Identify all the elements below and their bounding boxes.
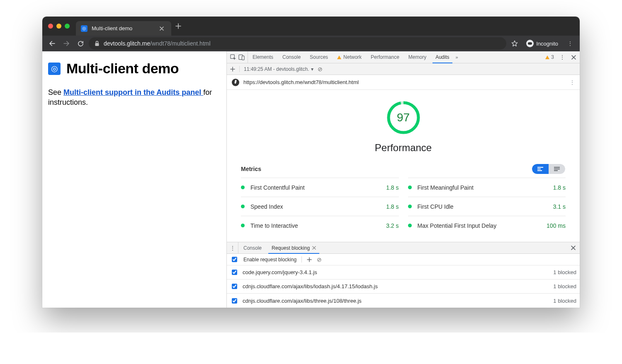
tabs-overflow-button[interactable]: » <box>454 55 459 60</box>
separator <box>301 256 302 263</box>
audit-timestamp: 11:49:25 AM - devtools.glitch. <box>244 66 309 72</box>
tab-elements[interactable]: Elements <box>248 51 278 63</box>
back-arrow-icon <box>49 40 56 47</box>
tab-memory[interactable]: Memory <box>404 51 431 63</box>
devtools-menu-button[interactable]: ⋮ <box>558 53 566 61</box>
lighthouse-icon <box>232 79 239 86</box>
performance-gauge: 97 <box>386 101 420 135</box>
drawer-tab-console[interactable]: Console <box>238 242 267 253</box>
add-pattern-button[interactable] <box>307 257 312 262</box>
status-dot-icon <box>241 186 245 189</box>
pattern-checkbox[interactable] <box>232 284 237 289</box>
tab-close-button[interactable] <box>157 24 166 33</box>
status-dot-icon <box>408 186 412 189</box>
bookmark-star-button[interactable] <box>509 38 520 49</box>
pattern-row[interactable]: cdnjs.cloudflare.com/ajax/libs/lodash.js… <box>227 280 580 294</box>
lock-icon <box>95 41 100 46</box>
inspect-icon <box>230 54 236 60</box>
page-body: Multi-client demo See Multi-client suppo… <box>42 51 226 308</box>
close-icon <box>571 55 576 60</box>
metrics-view-switch[interactable] <box>532 164 566 174</box>
bars-right-icon <box>554 167 560 171</box>
audit-item-menu-button[interactable]: ⋮ <box>569 79 575 86</box>
pattern-block-count: 1 blocked <box>553 298 576 304</box>
audit-run-selector[interactable]: 11:49:25 AM - devtools.glitch. ▾ <box>244 66 313 72</box>
close-icon <box>571 246 576 250</box>
pattern-row[interactable]: code.jquery.com/jquery-3.4.1.js 1 blocke… <box>227 265 580 280</box>
switch-option-right[interactable] <box>549 164 565 174</box>
tab-network[interactable]: Network <box>333 51 366 63</box>
drawer-tabstrip: ⋮ Console Request blocking <box>227 242 580 254</box>
separator <box>239 66 240 72</box>
page-title: Multi-client demo <box>66 60 179 77</box>
inspect-element-button[interactable] <box>229 53 237 61</box>
tab-performance[interactable]: Performance <box>366 51 404 63</box>
performance-gauge-section: 97 Performance <box>227 90 580 158</box>
metric-row: First Meaningful Paint1.8 s <box>408 178 566 197</box>
tab-console[interactable]: Console <box>278 51 305 63</box>
back-button[interactable] <box>46 38 58 49</box>
star-icon <box>511 40 518 47</box>
metrics-title: Metrics <box>241 166 261 172</box>
plus-icon <box>230 67 235 72</box>
omnibox[interactable]: devtools.glitch.me/wndt78/multiclient.ht… <box>89 37 506 50</box>
forward-button[interactable] <box>61 38 72 49</box>
request-blocking-toolbar: Enable request blocking <box>227 254 580 265</box>
metric-row: Speed Index1.8 s <box>241 197 399 216</box>
device-icon <box>238 54 245 60</box>
browser-tab[interactable]: Multi-client demo <box>76 21 171 36</box>
metric-row: Max Potential First Input Delay100 ms <box>408 216 566 235</box>
browser-window: Multi-client demo devtools.glitch.me/wnd… <box>42 17 580 308</box>
metric-row: First CPU Idle3.1 s <box>408 197 566 216</box>
pattern-block-count: 1 blocked <box>553 269 576 275</box>
tab-sources[interactable]: Sources <box>305 51 333 63</box>
pattern-block-count: 1 blocked <box>553 283 576 289</box>
url-host: devtools.glitch.me <box>104 40 150 47</box>
audits-toolbar: 11:49:25 AM - devtools.glitch. ▾ <box>227 63 580 75</box>
warnings-counter[interactable]: 3 <box>545 54 554 60</box>
tab-audits[interactable]: Audits <box>431 51 454 63</box>
status-dot-icon <box>408 224 412 227</box>
status-dot-icon <box>241 205 245 208</box>
reload-button[interactable] <box>75 38 86 49</box>
drawer-close-button[interactable] <box>571 246 576 250</box>
pattern-row[interactable]: cdnjs.cloudflare.com/ajax/libs/three.js/… <box>227 294 580 308</box>
window-minimize-icon[interactable] <box>56 24 61 29</box>
clear-audits-button[interactable] <box>318 66 323 72</box>
bars-left-icon <box>537 167 543 171</box>
pattern-checkbox[interactable] <box>232 298 237 304</box>
gauge-category-label: Performance <box>375 142 432 154</box>
tab-title: Multi-client demo <box>92 25 153 31</box>
warning-icon <box>545 55 549 59</box>
enable-request-blocking-checkbox[interactable] <box>232 257 237 262</box>
close-icon <box>160 27 164 31</box>
svg-rect-3 <box>242 56 244 60</box>
pattern-text: code.jquery.com/jquery-3.4.1.js <box>243 269 549 275</box>
drawer-menu-button[interactable]: ⋮ <box>227 242 238 253</box>
omnibox-url: devtools.glitch.me/wndt78/multiclient.ht… <box>104 40 211 47</box>
device-toolbar-button[interactable] <box>238 53 245 61</box>
new-audit-button[interactable] <box>230 67 235 72</box>
drawer-tab-request-blocking[interactable]: Request blocking <box>267 242 321 253</box>
clear-patterns-button[interactable] <box>317 256 322 263</box>
pattern-checkbox[interactable] <box>232 270 237 275</box>
browser-toolbar: devtools.glitch.me/wndt78/multiclient.ht… <box>42 36 580 51</box>
pattern-text: cdnjs.cloudflare.com/ajax/libs/three.js/… <box>243 298 549 304</box>
devtools-tabstrip: Elements Console Sources Network Perform… <box>227 51 580 63</box>
plus-icon <box>175 23 181 29</box>
metrics-header: Metrics <box>227 158 580 178</box>
devtools-panel: Elements Console Sources Network Perform… <box>226 51 580 308</box>
status-dot-icon <box>408 205 412 208</box>
browser-menu-button[interactable]: ⋮ <box>564 38 576 49</box>
page-description: See Multi-client support in the Audits p… <box>48 87 221 108</box>
devtools-close-button[interactable] <box>570 53 577 61</box>
close-tab-icon[interactable] <box>312 246 316 250</box>
url-path: /wndt78/multiclient.html <box>150 40 211 47</box>
switch-option-left[interactable] <box>532 164 549 174</box>
new-tab-button[interactable] <box>174 22 183 31</box>
page-link-multiclient-support[interactable]: Multi-client support in the Audits panel <box>63 88 203 96</box>
window-zoom-icon[interactable] <box>65 24 70 29</box>
audited-url: https://devtools.glitch.me/wndt78/multic… <box>243 79 565 85</box>
page-text-prefix: See <box>48 88 63 96</box>
window-close-icon[interactable] <box>48 24 53 29</box>
